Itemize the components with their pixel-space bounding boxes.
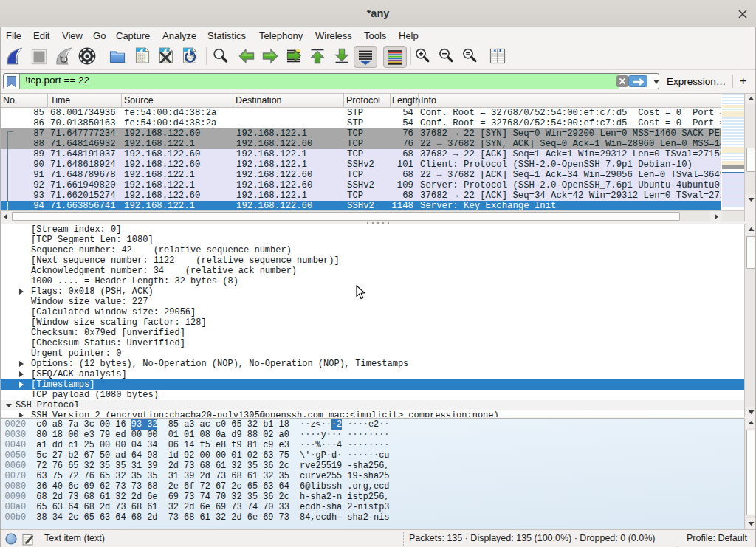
svg-text:0011: 0011 [137,59,146,63]
